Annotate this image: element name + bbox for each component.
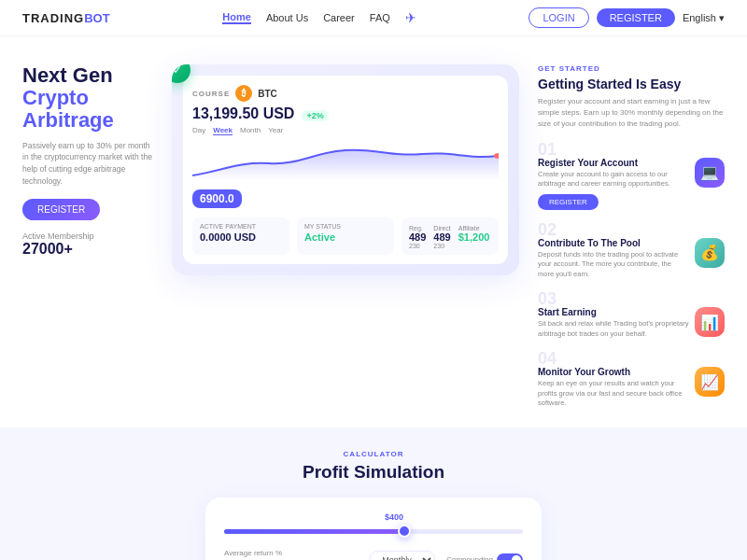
step-2-icon: 💰 (695, 238, 725, 268)
period-select[interactable]: Monthly Weekly Daily (370, 551, 435, 560)
step-1-icon: 💻 (695, 158, 725, 188)
steps-list: 01 Register Your Account Create your acc… (538, 141, 725, 409)
step-2: 02 Contribute To The Pool Deposit funds … (538, 221, 725, 280)
get-started-title: Getting Started Is Easy (538, 77, 725, 92)
compounding-toggle-wrap: Compounding (446, 553, 523, 560)
return-label: Average return % (224, 549, 359, 557)
step-4-icon: 📈 (695, 367, 725, 397)
nav-link-home[interactable]: Home (222, 11, 251, 24)
hero-left: Next Gen Crypto Arbitrage Passively earn… (22, 64, 153, 258)
step-3-desc: Sit back and relax while Trading bot's p… (538, 319, 689, 339)
plane-icon: ✈ (405, 10, 416, 25)
step-1-desc: Create your account to gain access to ou… (538, 170, 689, 189)
get-started-desc: Register your account and start earning … (538, 96, 725, 130)
hero-description: Passively earn up to 30% per month in th… (22, 140, 153, 188)
slider-fill (224, 529, 403, 534)
step-2-title: Contribute To The Pool (538, 238, 689, 248)
get-started-tag: GET STARTED (538, 64, 725, 73)
toggle-knob (512, 555, 521, 560)
nav-link-faq[interactable]: FAQ (370, 12, 390, 23)
nav-link-about[interactable]: About Us (266, 12, 308, 23)
step-4-title: Monitor Your Growth (538, 367, 689, 377)
nav-actions: LOGIN REGISTER English ▾ (529, 7, 725, 28)
profit-simulation-section: CALCULATOR Profit Simulation $400 Averag… (0, 427, 747, 560)
tab-week[interactable]: Week (213, 126, 233, 135)
slider-row: $400 (224, 512, 523, 538)
step-2-desc: Deposit funds into the trading pool to a… (538, 250, 689, 280)
nav-link-career[interactable]: Career (323, 12, 355, 23)
step-1-title: Register Your Account (538, 158, 689, 168)
course-header: COURSE ₿ BTC (192, 85, 499, 102)
hero-register-button[interactable]: REGISTER (22, 199, 100, 220)
step-1: 01 Register Your Account Create your acc… (538, 141, 725, 210)
get-started-section: GET STARTED Getting Started Is Easy Regi… (538, 64, 725, 409)
slider-value-label: $400 (385, 512, 403, 522)
dashboard-inner: COURSE ₿ BTC 13,199.50 USD +2% Day Week … (183, 76, 508, 264)
slider-thumb[interactable] (398, 525, 411, 538)
compounding-toggle[interactable] (497, 553, 523, 560)
nav-logo: TRADINGBOT (22, 9, 110, 26)
register-button[interactable]: REGISTER (597, 8, 675, 27)
btc-label: BTC (258, 89, 277, 99)
price-chart (192, 143, 499, 180)
profit-controls: Average return % 21 % Monthly Weekly Dai… (224, 549, 523, 560)
panel-stats: Reg. 489 230 Direct 489 230 Affiliate (402, 217, 499, 255)
tab-month[interactable]: Month (240, 126, 261, 135)
step-4: 04 Monitor Your Growth Keep an eye on yo… (538, 350, 725, 409)
hero-section: Next Gen Crypto Arbitrage Passively earn… (0, 36, 747, 427)
profit-title: Profit Simulation (22, 462, 725, 483)
compounding-label: Compounding (446, 555, 493, 560)
chevron-down-icon: ▾ (719, 12, 725, 24)
language-selector[interactable]: English ▾ (683, 12, 725, 24)
course-tag: COURSE (192, 90, 230, 98)
tab-day[interactable]: Day (192, 126, 205, 135)
sparkline-value: 6900.0 (192, 189, 242, 208)
hero-title: Crypto Arbitrage (22, 86, 114, 132)
panel-status: MY STATUS Active (297, 217, 394, 255)
hero-membership: Active Membership 27000+ (22, 231, 153, 258)
panel-active-payment: ACTIVE PAYMENT 0.0000 USD (192, 217, 289, 255)
login-button[interactable]: LOGIN (529, 7, 588, 28)
btc-icon: ₿ (235, 85, 252, 102)
hero-center: ✓ COURSE ₿ BTC 13,199.50 USD +2% Day Wee… (172, 64, 519, 275)
step-3: 03 Start Earning Sit back and relax whil… (538, 290, 725, 339)
tab-year[interactable]: Year (268, 126, 283, 135)
step-3-icon: 📊 (695, 307, 725, 337)
investment-slider[interactable] (224, 529, 523, 534)
hero-next-gen: Next Gen Crypto Arbitrage (22, 64, 153, 133)
nav-links: Home About Us Career FAQ ✈ (222, 10, 416, 25)
step-4-desc: Keep an eye on your results and watch yo… (538, 379, 689, 409)
step-1-register-button[interactable]: REGISTER (538, 194, 599, 210)
dashboard-card: ✓ COURSE ₿ BTC 13,199.50 USD +2% Day Wee… (172, 64, 519, 275)
step-3-title: Start Earning (538, 307, 689, 317)
membership-count: 27000+ (22, 241, 153, 258)
profit-card: $400 Average return % 21 % Monthly Weekl… (205, 497, 542, 560)
return-field: Average return % 21 % (224, 549, 359, 560)
profit-tag: CALCULATOR (22, 450, 725, 458)
btc-change: +2% (302, 110, 328, 121)
dashboard-panels: ACTIVE PAYMENT 0.0000 USD MY STATUS Acti… (192, 217, 499, 255)
membership-label: Active Membership (22, 231, 153, 241)
navbar: TRADINGBOT Home About Us Career FAQ ✈ LO… (0, 0, 747, 36)
btc-price: 13,199.50 USD (192, 105, 294, 122)
